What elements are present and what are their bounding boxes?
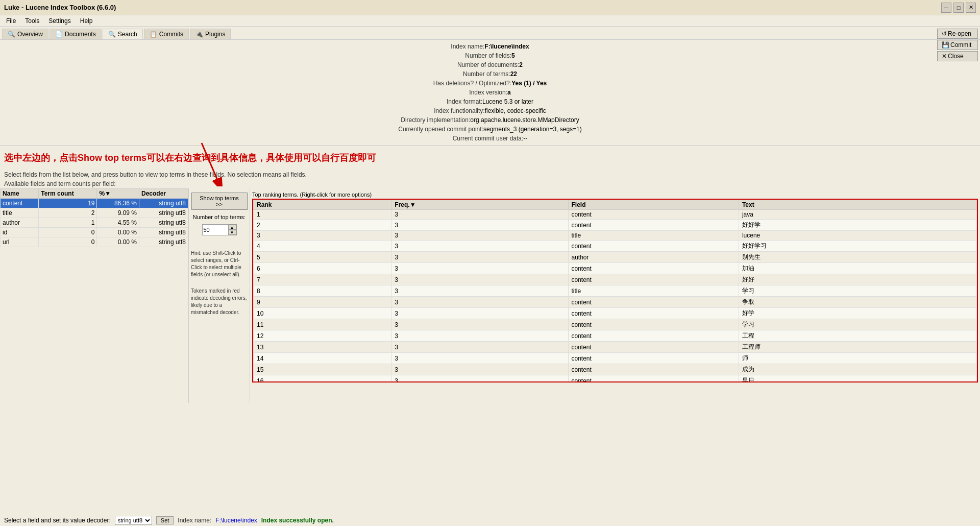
window-title: Luke - Lucene Index Toolbox (6.6.0): [4, 4, 116, 11]
documents-icon: 📄: [55, 31, 63, 38]
commit-button[interactable]: 💾 Commit: [937, 40, 978, 50]
reopen-button[interactable]: ↺ Re-open: [937, 29, 978, 39]
directory-impl-value: org.apache.lucene.store.MMapDirectory: [470, 115, 579, 125]
term-freq: 3: [391, 274, 568, 285]
close-index-button[interactable]: ✕ Close: [937, 51, 978, 61]
term-field: content: [568, 220, 739, 231]
reopen-icon: ↺: [942, 30, 947, 37]
tab-search[interactable]: 🔍 Search: [103, 29, 143, 39]
field-term-count: 0: [39, 228, 97, 237]
maximize-btn[interactable]: □: [953, 3, 964, 13]
list-item[interactable]: 8 3 title 学习: [254, 285, 977, 297]
term-text: 工程: [739, 330, 976, 342]
num-top-terms-spinner: ▲ ▼: [202, 224, 237, 235]
table-row[interactable]: author 1 4.55 % string utf8: [1, 218, 188, 228]
right-panel: Top ranking terms. (Right-click for more…: [250, 188, 980, 403]
terms-table-container: Rank Freq.▼ Field Text 1 3 content java …: [252, 199, 978, 382]
col-rank[interactable]: Rank: [254, 200, 391, 210]
list-item[interactable]: 3 3 title lucene: [254, 231, 977, 241]
list-item[interactable]: 9 3 content 争取: [254, 297, 977, 308]
term-field: content: [568, 364, 739, 375]
list-item[interactable]: 5 3 author 别先生: [254, 252, 977, 263]
term-freq: 3: [391, 375, 568, 383]
list-item[interactable]: 1 3 content java: [254, 210, 977, 220]
col-text[interactable]: Text: [739, 200, 976, 210]
col-field[interactable]: Field: [568, 200, 739, 210]
term-freq: 3: [391, 263, 568, 274]
col-name[interactable]: Name: [1, 189, 39, 199]
menu-file[interactable]: File: [2, 16, 20, 26]
term-rank: 15: [254, 364, 391, 375]
plugins-icon: 🔌: [195, 31, 203, 38]
term-freq: 3: [391, 330, 568, 342]
term-rank: 2: [254, 220, 391, 231]
index-version-value: a: [507, 88, 511, 97]
top-right-buttons: ↺ Re-open 💾 Commit ✕ Close: [937, 29, 978, 61]
list-item[interactable]: 12 3 content 工程: [254, 330, 977, 342]
spinner-buttons: ▲ ▼: [228, 225, 236, 235]
list-item[interactable]: 14 3 content 师: [254, 353, 977, 364]
spinner-up-btn[interactable]: ▲: [228, 225, 236, 230]
col-percent[interactable]: %▼: [97, 189, 139, 199]
term-rank: 8: [254, 285, 391, 297]
list-item[interactable]: 13 3 content 工程师: [254, 342, 977, 353]
menu-settings[interactable]: Settings: [44, 16, 75, 26]
table-row[interactable]: id 0 0.00 % string utf8: [1, 228, 188, 237]
tabbar: 🔍 Overview 📄 Documents 🔍 Search 📋 Commit…: [0, 27, 980, 40]
menu-help[interactable]: Help: [76, 16, 97, 26]
list-item[interactable]: 11 3 content 学习: [254, 319, 977, 330]
list-item[interactable]: 6 3 content 加油: [254, 263, 977, 274]
decoder-label: Select a field and set its value decoder…: [4, 517, 111, 524]
term-text: java: [739, 210, 976, 220]
list-item[interactable]: 2 3 content 好好学: [254, 220, 977, 231]
num-top-terms-input[interactable]: [203, 226, 228, 234]
term-field: content: [568, 241, 739, 252]
list-item[interactable]: 16 3 content 早日: [254, 375, 977, 383]
index-format-label: Index format:: [447, 97, 482, 106]
set-decoder-button[interactable]: Set: [156, 516, 174, 524]
list-item[interactable]: 10 3 content 好学: [254, 308, 977, 319]
term-text: 学习: [739, 319, 976, 330]
tab-overview[interactable]: 🔍 Overview: [2, 29, 48, 39]
overview-icon: 🔍: [8, 31, 15, 38]
term-text: 好学: [739, 308, 976, 319]
middle-panel: Show top terms >> Number of top terms: ▲…: [189, 188, 250, 403]
spinner-down-btn[interactable]: ▼: [228, 230, 236, 235]
tab-commits[interactable]: 📋 Commits: [144, 29, 189, 39]
col-term-count[interactable]: Term count: [39, 189, 97, 199]
col-freq[interactable]: Freq.▼: [391, 200, 568, 210]
term-rank: 12: [254, 330, 391, 342]
decoder-select[interactable]: string utf8: [115, 516, 152, 525]
tab-plugins[interactable]: 🔌 Plugins: [190, 29, 231, 39]
close-btn[interactable]: ✕: [966, 3, 976, 13]
table-row[interactable]: title 2 9.09 % string utf8: [1, 208, 188, 218]
table-row[interactable]: content 19 86.36 % string utf8: [1, 199, 188, 208]
term-text: 好好学习: [739, 241, 976, 252]
term-text: 好好: [739, 274, 976, 285]
term-freq: 3: [391, 220, 568, 231]
field-term-count: 19: [39, 199, 97, 208]
col-decoder[interactable]: Decoder: [139, 189, 188, 199]
field-decoder: string utf8: [139, 218, 188, 228]
term-rank: 6: [254, 263, 391, 274]
annotation-section: 选中左边的，点击Show top terms可以在右边查询到具体信息，具体使用可…: [0, 146, 980, 170]
field-decoder: string utf8: [139, 199, 188, 208]
index-name-label: Index name:: [451, 42, 484, 51]
tab-documents[interactable]: 📄 Documents: [50, 29, 102, 39]
menu-tools[interactable]: Tools: [21, 16, 43, 26]
index-version-label: Index version:: [469, 88, 507, 97]
minimize-btn[interactable]: ─: [941, 3, 951, 13]
status-bar: Select a field and set its value decoder…: [0, 514, 980, 526]
show-top-terms-button[interactable]: Show top terms >>: [191, 193, 248, 210]
list-item[interactable]: 15 3 content 成为: [254, 364, 977, 375]
term-field: content: [568, 319, 739, 330]
num-fields-value: 5: [511, 51, 515, 60]
field-name: title: [1, 208, 39, 218]
term-rank: 10: [254, 308, 391, 319]
table-row[interactable]: url 0 0.00 % string utf8: [1, 237, 188, 247]
list-item[interactable]: 7 3 content 好好: [254, 274, 977, 285]
directory-impl-label: Directory implementation:: [401, 115, 470, 125]
term-field: content: [568, 353, 739, 364]
term-freq: 3: [391, 308, 568, 319]
list-item[interactable]: 4 3 content 好好学习: [254, 241, 977, 252]
